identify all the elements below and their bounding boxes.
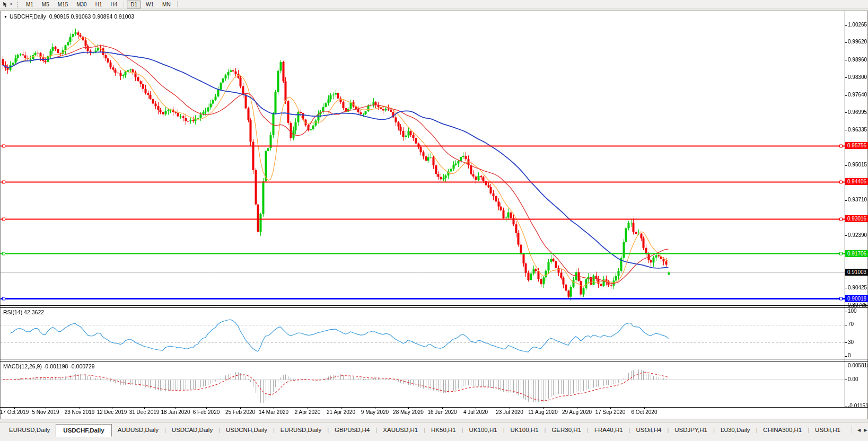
timeframe-button-m1[interactable]: M1 bbox=[22, 1, 37, 8]
symbol-tab-eurusd-daily[interactable]: EURUSD,Daily bbox=[275, 425, 327, 436]
cursor-tool-button[interactable]: ▼ bbox=[0, 1, 15, 8]
symbol-tab-usdcad-daily[interactable]: USDCAD,Daily bbox=[166, 425, 218, 436]
symbol-tab-usoil-h1[interactable]: USOil,H1 bbox=[809, 425, 846, 436]
symbol-tab-gbpusd-h4[interactable]: GBPUSD,H4 bbox=[329, 425, 375, 436]
timeframe-button-h1[interactable]: H1 bbox=[92, 1, 106, 8]
timeframe-button-mn[interactable]: MN bbox=[159, 1, 174, 8]
timeframe-button-d1[interactable]: D1 bbox=[127, 1, 141, 8]
timeframe-button-m5[interactable]: M5 bbox=[38, 1, 53, 8]
tab-scroll-arrows: ◀ ▶ bbox=[846, 425, 868, 434]
symbol-tab-eurusd-daily[interactable]: EURUSD,Daily bbox=[3, 425, 56, 436]
symbol-tab-fra40-h1[interactable]: FRA40,H1 bbox=[589, 425, 629, 436]
timeframe-button-h4[interactable]: H4 bbox=[107, 1, 121, 8]
symbol-tab-usdchf-daily[interactable]: USDCHF,Daily bbox=[56, 424, 111, 437]
cursor-tool-caret-icon[interactable]: ▼ bbox=[10, 3, 13, 6]
symbol-tab-uk100-h1[interactable]: UK100,H1 bbox=[505, 425, 545, 436]
tab-arrows-separator bbox=[852, 426, 852, 434]
toolbar: ▼ M1M5M15M30H1H4D1W1MN bbox=[0, 0, 868, 9]
tab-scroll-left-icon[interactable]: ◀ bbox=[857, 428, 861, 433]
toolbar-separator bbox=[177, 1, 178, 7]
tab-scroll-right-icon[interactable]: ▶ bbox=[864, 428, 867, 433]
cursor-icon bbox=[3, 2, 8, 7]
timeframe-button-m15[interactable]: M15 bbox=[54, 1, 72, 8]
timeframe-buttons: M1M5M15M30H1H4D1W1MN bbox=[22, 1, 180, 8]
symbol-tab-ger30-h1[interactable]: GER30,H1 bbox=[546, 425, 587, 436]
symbol-tab-usdjpy-h1[interactable]: USDJPY,H1 bbox=[669, 425, 713, 436]
symbol-tab-usoil-h4[interactable]: USOil,H4 bbox=[630, 425, 667, 436]
timeframe-button-w1[interactable]: W1 bbox=[142, 1, 157, 8]
symbol-tab-china300-h1[interactable]: CHINA300,H1 bbox=[757, 425, 808, 436]
mt4-window: ▼ M1M5M15M30H1H4D1W1MN ▼USDCHF,Daily 0.9… bbox=[0, 0, 868, 441]
toolbar-separator bbox=[124, 1, 124, 7]
symbol-tab-usdcnh-daily[interactable]: USDCNH,Daily bbox=[220, 425, 273, 436]
toolbar-grip bbox=[17, 2, 20, 7]
symbol-tab-xauusd-h1[interactable]: XAUUSD,H1 bbox=[377, 425, 424, 436]
symbol-tab-hk50-h1[interactable]: HK50,H1 bbox=[425, 425, 462, 436]
chart-canvas[interactable] bbox=[0, 0, 868, 441]
symbol-tab-dj30-daily[interactable]: DJ30,Daily bbox=[715, 425, 756, 436]
timeframe-button-m30[interactable]: M30 bbox=[73, 1, 90, 8]
symbol-tab-uk100-h1[interactable]: UK100,H1 bbox=[463, 425, 503, 436]
tabs-holder: EURUSD,DailyUSDCHF,DailyAUDUSD,Daily|USD… bbox=[0, 425, 846, 437]
symbol-tab-audusd-daily[interactable]: AUDUSD,Daily bbox=[112, 425, 164, 436]
chart-tabbar: EURUSD,DailyUSDCHF,DailyAUDUSD,Daily|USD… bbox=[0, 422, 868, 441]
